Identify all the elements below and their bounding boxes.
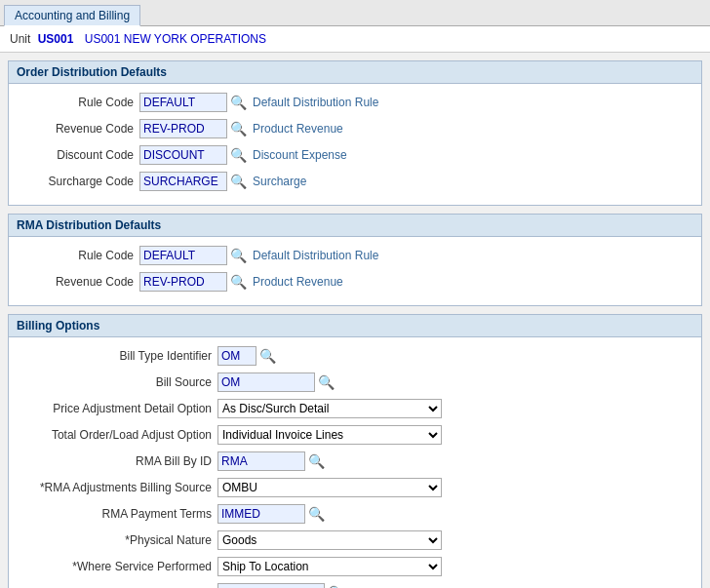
- bill-type-lookup-icon[interactable]: 🔍: [258, 347, 276, 365]
- bill-source-row: Bill Source 🔍: [13, 372, 697, 393]
- where-service-select[interactable]: Ship To Location Ship From Location Buye…: [217, 557, 442, 576]
- discount-code-input[interactable]: [139, 145, 227, 165]
- revenue-code-lookup-icon[interactable]: 🔍: [229, 120, 247, 137]
- rule-code-label: Rule Code: [13, 96, 139, 109]
- surcharge-code-desc: Surcharge: [253, 175, 306, 188]
- rma-adj-source-select[interactable]: OMBU OM BU: [217, 478, 442, 497]
- rma-revenue-code-label: Revenue Code: [13, 275, 139, 289]
- rma-bill-by-input[interactable]: [217, 451, 305, 471]
- rule-code-desc: Default Distribution Rule: [253, 96, 378, 109]
- total-order-select[interactable]: Individual Invoice Lines Summarize None: [217, 425, 442, 445]
- rule-code-row: Rule Code 🔍 Default Distribution Rule: [13, 92, 697, 113]
- physical-nature-select[interactable]: Goods Services: [217, 530, 442, 550]
- rma-revenue-code-input[interactable]: [139, 272, 227, 292]
- rma-rule-code-input[interactable]: [139, 246, 227, 265]
- price-adj-label: Price Adjustment Detail Option: [13, 402, 217, 415]
- order-distribution-header: Order Distribution Defaults: [9, 61, 701, 84]
- discount-code-lookup-icon[interactable]: 🔍: [229, 146, 247, 164]
- rma-revenue-code-row: Revenue Code 🔍 Product Revenue: [13, 271, 697, 293]
- rma-revenue-code-lookup-icon[interactable]: 🔍: [229, 273, 247, 291]
- surcharge-code-row: Surcharge Code 🔍 Surcharge: [13, 171, 697, 192]
- physical-nature-row: *Physical Nature Goods Services: [13, 529, 697, 551]
- where-service-label: *Where Service Performed: [13, 560, 217, 573]
- rma-bill-by-label: RMA Bill By ID: [13, 454, 217, 468]
- billing-options-header: Billing Options: [9, 315, 701, 337]
- revenue-code-row: Revenue Code 🔍 Product Revenue: [13, 118, 697, 139]
- discount-code-label: Discount Code: [13, 148, 139, 162]
- surcharge-code-lookup-icon[interactable]: 🔍: [229, 173, 247, 190]
- restock-product-lookup-icon[interactable]: 🔍: [327, 584, 344, 588]
- order-distribution-body: Rule Code 🔍 Default Distribution Rule Re…: [9, 84, 701, 205]
- restock-product-row: Restock Product ID 🔍 Restocking charges: [13, 582, 697, 588]
- surcharge-code-input[interactable]: [139, 172, 227, 191]
- rma-distribution-header: RMA Distribution Defaults: [9, 215, 701, 237]
- billing-options-body: Bill Type Identifier 🔍 Bill Source 🔍 Pri…: [9, 337, 701, 588]
- unit-code[interactable]: US001: [38, 32, 74, 46]
- rule-code-lookup-icon[interactable]: 🔍: [229, 94, 247, 111]
- revenue-code-input[interactable]: [139, 119, 227, 138]
- rma-bill-by-row: RMA Bill By ID 🔍: [13, 451, 697, 472]
- bill-type-input[interactable]: [217, 346, 256, 366]
- tab-accounting-billing[interactable]: Accounting and Billing: [4, 5, 140, 26]
- unit-bar: Unit US001 US001 NEW YORK OPERATIONS: [0, 26, 710, 53]
- bill-type-label: Bill Type Identifier: [13, 349, 217, 363]
- rma-rule-code-desc: Default Distribution Rule: [253, 249, 378, 262]
- rma-revenue-code-desc: Product Revenue: [253, 275, 343, 289]
- total-order-label: Total Order/Load Adjust Option: [13, 428, 217, 442]
- surcharge-code-label: Surcharge Code: [13, 175, 139, 188]
- bill-type-row: Bill Type Identifier 🔍: [13, 345, 697, 367]
- rma-rule-code-label: Rule Code: [13, 249, 139, 262]
- rma-distribution-body: Rule Code 🔍 Default Distribution Rule Re…: [9, 237, 701, 305]
- discount-code-desc: Discount Expense: [253, 148, 347, 162]
- rma-payment-terms-lookup-icon[interactable]: 🔍: [307, 505, 325, 523]
- billing-options-section: Billing Options Bill Type Identifier 🔍 B…: [8, 314, 702, 588]
- tab-bar: Accounting and Billing: [0, 0, 710, 26]
- price-adj-select[interactable]: As Disc/Surch Detail As Single Line No D…: [217, 399, 442, 418]
- rma-adj-source-label: *RMA Adjustments Billing Source: [13, 481, 217, 494]
- rma-rule-code-row: Rule Code 🔍 Default Distribution Rule: [13, 245, 697, 266]
- discount-code-row: Discount Code 🔍 Discount Expense: [13, 144, 697, 166]
- rma-bill-by-lookup-icon[interactable]: 🔍: [307, 452, 325, 470]
- unit-label: Unit: [10, 32, 30, 46]
- where-service-row: *Where Service Performed Ship To Locatio…: [13, 556, 697, 577]
- bill-source-label: Bill Source: [13, 375, 217, 389]
- price-adj-row: Price Adjustment Detail Option As Disc/S…: [13, 398, 697, 419]
- rma-payment-terms-input[interactable]: [217, 504, 305, 524]
- bill-source-input[interactable]: [217, 372, 315, 392]
- rma-payment-terms-label: RMA Payment Terms: [13, 507, 217, 521]
- bill-source-lookup-icon[interactable]: 🔍: [317, 373, 335, 391]
- rma-adj-source-row: *RMA Adjustments Billing Source OMBU OM …: [13, 477, 697, 498]
- total-order-row: Total Order/Load Adjust Option Individua…: [13, 424, 697, 446]
- physical-nature-label: *Physical Nature: [13, 533, 217, 547]
- revenue-code-label: Revenue Code: [13, 122, 139, 136]
- rma-payment-terms-row: RMA Payment Terms 🔍: [13, 503, 697, 525]
- rma-distribution-section: RMA Distribution Defaults Rule Code 🔍 De…: [8, 214, 702, 306]
- order-distribution-section: Order Distribution Defaults Rule Code 🔍 …: [8, 60, 702, 206]
- restock-product-input[interactable]: [217, 583, 325, 588]
- revenue-code-desc: Product Revenue: [253, 122, 343, 136]
- rma-rule-code-lookup-icon[interactable]: 🔍: [229, 247, 247, 264]
- unit-description: US001 NEW YORK OPERATIONS: [85, 32, 266, 46]
- rule-code-input[interactable]: [139, 93, 227, 112]
